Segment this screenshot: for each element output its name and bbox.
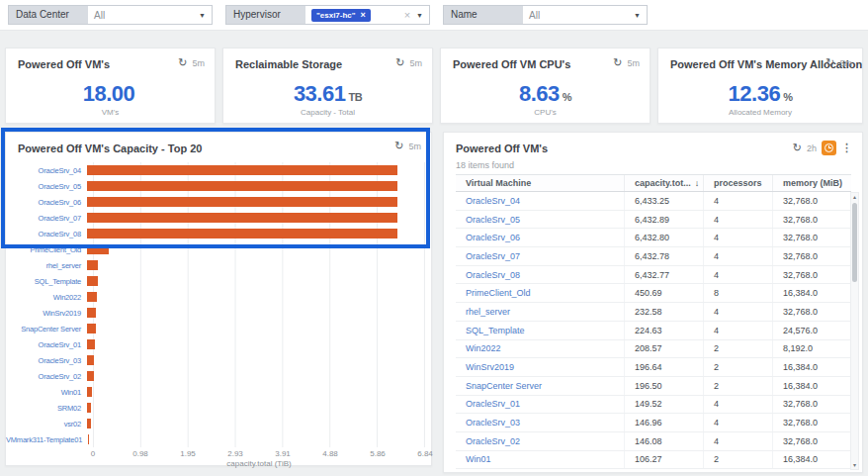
refresh-icon[interactable]: ↻ [178, 57, 187, 68]
chart-category-label[interactable]: vsr02 [6, 420, 87, 428]
table-row[interactable]: WinSrv2019196.64216,384.0 [456, 358, 851, 377]
refresh-interval: 5m [192, 58, 205, 68]
x-tick-label: 4.88 [322, 449, 338, 458]
remove-tag-icon[interactable]: × [361, 11, 366, 20]
hypervisor-filter-tag[interactable]: "esxi7-hc" × [311, 9, 371, 22]
chart-bar[interactable] [87, 276, 98, 286]
chart-category-label[interactable]: PrimeClient_Old [6, 245, 87, 254]
chart-category-label[interactable]: OracleSrv_07 [6, 214, 87, 223]
scroll-up-icon[interactable]: ▴ [851, 193, 858, 201]
chart-category-label[interactable]: WinSrv2019 [6, 309, 87, 318]
chart-bar[interactable] [87, 197, 397, 207]
chart-bar-track [87, 244, 425, 254]
chart-bar[interactable] [87, 371, 94, 381]
time-range-button[interactable] [822, 141, 836, 155]
chart-category-label[interactable]: OracleSrv_01 [6, 340, 87, 349]
chart-bar[interactable] [87, 181, 397, 191]
chart-bar[interactable] [87, 165, 397, 175]
table-row[interactable]: OracleSrv_02146.08432,768.0 [456, 432, 851, 451]
chart-category-label[interactable]: OracleSrv_05 [6, 182, 87, 191]
refresh-icon[interactable]: ↻ [793, 143, 802, 153]
vm-name-link[interactable]: PrimeClient_Old [456, 284, 624, 302]
table-row[interactable]: OracleSrv_01149.52432,768.0 [456, 396, 851, 415]
chart-category-label[interactable]: SRM02 [6, 404, 87, 413]
table-row[interactable]: Win01106.27216,384.0 [456, 451, 851, 470]
chart-bar[interactable] [87, 308, 96, 318]
scroll-down-icon[interactable]: ▾ [851, 461, 858, 469]
table-row[interactable]: rhel_server232.58432,768.0 [456, 303, 851, 322]
chart-bar[interactable] [87, 260, 98, 270]
vm-name-link[interactable]: OracleSrv_08 [456, 266, 624, 284]
table-scrollbar[interactable]: ▴ ▾ [850, 192, 859, 470]
sort-desc-icon[interactable]: ↓ [695, 178, 700, 188]
table-row[interactable]: SnapCenter Server196.50216,384.0 [456, 377, 851, 396]
vm-name-link[interactable]: SnapCenter Server [456, 377, 624, 395]
column-header-virtual-machine[interactable]: Virtual Machine [456, 175, 624, 191]
table-row[interactable]: OracleSrv_03146.96432,768.0 [456, 414, 851, 432]
vm-name-link[interactable]: OracleSrv_06 [456, 229, 624, 246]
chart-category-label[interactable]: VMmark311-Template01 [6, 435, 88, 444]
chart-bar[interactable] [87, 339, 95, 349]
column-header-memory[interactable]: memory (MiB) [772, 175, 851, 191]
chart-category-label[interactable]: Win01 [6, 388, 87, 397]
chart-category-label[interactable]: SQL_Template [6, 277, 87, 286]
chevron-down-icon[interactable]: ▼ [199, 12, 206, 19]
table-row[interactable]: OracleSrv_066,432.80432,768.0 [456, 229, 851, 247]
chart-category-label[interactable]: SnapCenter Server [6, 325, 87, 333]
x-tick-label: 3.91 [275, 449, 291, 458]
refresh-icon[interactable]: ↻ [613, 57, 622, 68]
table-cell: 16,384.0 [772, 284, 851, 302]
chart-category-label[interactable]: rhel_server [6, 261, 87, 270]
chart-row: OracleSrv_04 [6, 162, 425, 178]
vm-name-link[interactable]: SQL_Template [456, 322, 624, 339]
table-row[interactable]: Win2022208.5728,192.0 [456, 340, 851, 359]
kebab-menu-icon[interactable]: ⋮ [841, 143, 852, 153]
clear-filter-icon[interactable]: × [404, 10, 410, 21]
chart-bar[interactable] [88, 434, 89, 444]
chart-bar[interactable] [87, 403, 91, 413]
vm-name-link[interactable]: OracleSrv_07 [456, 247, 624, 265]
refresh-icon[interactable]: ↻ [825, 57, 834, 68]
table-row[interactable]: SQL_Template224.63424,576.0 [456, 322, 851, 340]
vm-name-link[interactable]: OracleSrv_03 [456, 414, 624, 431]
chart-bar[interactable] [87, 244, 109, 254]
name-select[interactable]: All ▼ [523, 6, 647, 24]
chart-bar[interactable] [87, 229, 397, 238]
refresh-icon[interactable]: ↻ [395, 57, 404, 68]
chart-bar[interactable] [87, 292, 97, 302]
refresh-icon[interactable]: ↻ [394, 141, 403, 151]
chart-category-label[interactable]: OracleSrv_03 [6, 356, 87, 365]
vm-name-link[interactable]: OracleSrv_01 [456, 396, 624, 414]
vm-name-link[interactable]: Win01 [456, 451, 624, 469]
column-header-capacity[interactable]: capacity.tot... ↓ [624, 175, 703, 191]
table-row[interactable]: OracleSrv_056,432.89432,768.0 [456, 211, 851, 230]
chevron-down-icon[interactable]: ▼ [416, 12, 423, 19]
chevron-down-icon[interactable]: ▼ [634, 12, 641, 19]
chart-bar[interactable] [87, 324, 96, 333]
vm-name-link[interactable]: OracleSrv_05 [456, 211, 624, 229]
vm-name-link[interactable]: OracleSrv_02 [456, 432, 624, 450]
chart-category-label[interactable]: Win2022 [6, 293, 87, 302]
data-center-select[interactable]: All ▼ [88, 6, 212, 24]
table-row[interactable]: PrimeClient_Old450.69816,384.0 [456, 284, 851, 303]
chart-row: OracleSrv_06 [6, 194, 425, 210]
vm-name-link[interactable]: Win2022 [456, 340, 624, 358]
chart-row: rhel_server [6, 257, 425, 273]
chart-bar[interactable] [87, 213, 397, 223]
vm-name-link[interactable]: OracleSrv_04 [456, 192, 624, 210]
chart-category-label[interactable]: OracleSrv_02 [6, 372, 87, 381]
hypervisor-select[interactable]: "esxi7-hc" × × ▼ [305, 6, 429, 24]
chart-category-label[interactable]: OracleSrv_06 [6, 198, 87, 207]
table-row[interactable]: OracleSrv_086,432.77432,768.0 [456, 266, 851, 285]
chart-category-label[interactable]: OracleSrv_08 [6, 230, 87, 238]
chart-bar[interactable] [87, 419, 91, 428]
chart-bar[interactable] [87, 355, 94, 365]
scrollbar-thumb[interactable] [852, 203, 857, 282]
table-row[interactable]: OracleSrv_046,433.25432,768.0 [456, 192, 851, 211]
chart-category-label[interactable]: OracleSrv_04 [6, 166, 87, 175]
table-row[interactable]: OracleSrv_076,432.78432,768.0 [456, 247, 851, 266]
column-header-processors[interactable]: processors [703, 175, 772, 191]
chart-bar[interactable] [87, 387, 92, 397]
vm-name-link[interactable]: rhel_server [456, 303, 624, 321]
vm-name-link[interactable]: WinSrv2019 [456, 358, 624, 376]
